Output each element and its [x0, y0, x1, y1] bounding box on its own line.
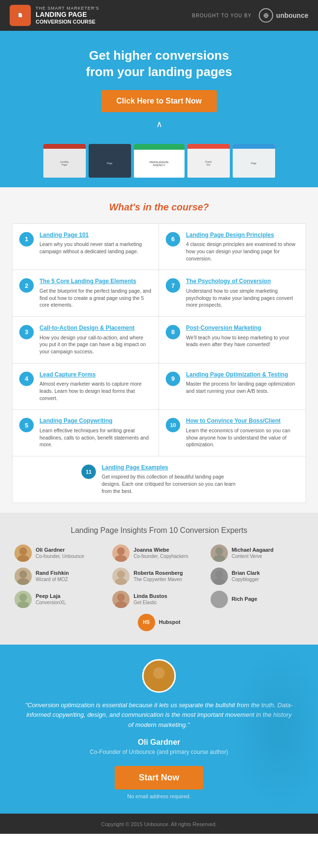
course-item-1: 1 Landing Page 101 Learn why you should …	[13, 224, 159, 271]
svg-point-11	[213, 578, 225, 585]
expert-avatar-rand	[14, 568, 32, 585]
expert-role-brian: Copyblogger	[232, 576, 260, 583]
course-title-1[interactable]: Landing Page 101	[40, 232, 152, 239]
expert-name-joanna: Joanna Wiebe	[133, 546, 188, 553]
course-title-11[interactable]: Landing Page Examples	[102, 464, 237, 472]
logo-tagline: THE SMART MARKETER'S	[36, 6, 99, 11]
svg-point-19	[149, 680, 169, 691]
course-title-3[interactable]: Call-to-Action Design & Placement	[40, 324, 152, 332]
course-num-7: 7	[166, 278, 180, 293]
logo-area: 📄 THE SMART MARKETER'S LANDING PAGE CONV…	[10, 5, 99, 26]
bg-face-decoration	[231, 645, 318, 814]
course-num-10: 10	[166, 418, 180, 432]
course-num-5: 5	[19, 418, 34, 432]
course-content-10: How to Convince Your Boss/Client Learn t…	[186, 417, 299, 448]
course-desc-6: 4 classic design principles are examined…	[186, 241, 299, 262]
course-section-title: What's in the course?	[12, 202, 306, 213]
expert-michael: Michael Aagaard Content Verve	[211, 544, 304, 562]
course-num-6: 6	[166, 232, 180, 246]
course-section: What's in the course? 1 Landing Page 101…	[0, 187, 318, 513]
expert-name-oli: Oli Gardner	[36, 546, 84, 553]
course-desc-11: Get inspired by this collection of beaut…	[102, 473, 237, 494]
expert-role-linda: Get Elastic	[133, 599, 167, 606]
expert-name-rich: Rich Page	[232, 596, 257, 602]
svg-point-10	[215, 570, 223, 578]
expert-avatar-michael	[211, 544, 228, 562]
unbounce-logo: ⊕ unbounce	[259, 8, 308, 23]
expert-name-brian: Brian Clark	[232, 570, 260, 576]
course-content-1: Landing Page 101 Learn why you should ne…	[40, 232, 152, 255]
expert-avatar-rich	[211, 591, 228, 608]
hero-section: Get higher conversionsfrom your landing …	[0, 31, 318, 144]
site-header: 📄 THE SMART MARKETER'S LANDING PAGE CONV…	[0, 0, 318, 31]
course-num-9: 9	[166, 372, 180, 386]
expert-info-peep: Peep Laja ConversionXL	[36, 593, 66, 606]
expert-info-rand: Rand Fishkin Wizard of MOZ	[36, 570, 69, 583]
empty-col2	[211, 614, 304, 631]
course-content-2: The 5 Core Landing Page Elements Get the…	[40, 278, 152, 309]
logo-title2: CONVERSION COURSE	[36, 19, 99, 25]
site-footer: Copyright © 2015 Unbounce. All rights Re…	[0, 814, 318, 834]
expert-name-michael: Michael Aagaard	[232, 546, 274, 553]
svg-point-20	[153, 667, 165, 679]
course-title-9[interactable]: Landing Page Optimization & Testing	[186, 371, 299, 379]
experts-grid: Oli Gardner Co-founder, Unbounce Joanna …	[14, 544, 304, 631]
course-title-8[interactable]: Post-Conversion Marketing	[186, 324, 299, 332]
course-content-6: Landing Page Design Principles 4 classic…	[186, 232, 299, 262]
course-title-4[interactable]: Lead Capture Forms	[40, 371, 152, 379]
expert-info-joanna: Joanna Wiebe Co-founder, Copyhackers	[133, 546, 188, 559]
svg-point-5	[213, 555, 225, 562]
expert-name-linda: Linda Bustos	[133, 593, 167, 599]
experts-section: Landing Page Insights From 10 Conversion…	[0, 513, 318, 645]
course-item-9: 9 Landing Page Optimization & Testing Ma…	[159, 363, 305, 410]
course-desc-2: Get the blueprint for the perfect landin…	[40, 287, 152, 309]
course-item-4: 4 Lead Capture Forms Almost every market…	[13, 363, 159, 410]
expert-info-linda: Linda Bustos Get Elastic	[133, 593, 167, 606]
screenshot-2: Page	[89, 144, 131, 178]
expert-info-hubspot: Hubspot	[159, 619, 181, 625]
expert-avatar-joanna	[112, 544, 130, 562]
svg-point-1	[17, 555, 29, 562]
course-title-10[interactable]: How to Convince Your Boss/Client	[186, 417, 299, 425]
course-title-2[interactable]: The 5 Core Landing Page Elements	[40, 278, 152, 285]
course-content-8: Post-Conversion Marketing We'll teach yo…	[186, 324, 299, 348]
expert-role-michael: Content Verve	[232, 553, 274, 559]
course-num-8: 8	[166, 325, 180, 339]
course-content-11: Landing Page Examples Get inspired by th…	[102, 464, 237, 495]
expert-avatar-roberta	[112, 568, 130, 585]
course-desc-8: We'll teach you how to keep marketing to…	[186, 334, 299, 348]
header-right: BROUGHT TO YOU BY ⊕ unbounce	[192, 8, 308, 23]
hero-cta-button[interactable]: Click Here to Start Now	[101, 90, 217, 112]
course-item-10: 10 How to Convince Your Boss/Client Lear…	[159, 410, 305, 456]
expert-peep: Peep Laja ConversionXL	[14, 591, 107, 608]
expert-hubspot: HS Hubspot	[112, 614, 205, 631]
course-title-5[interactable]: Landing Page Copywriting	[40, 417, 152, 425]
svg-point-4	[215, 547, 223, 555]
expert-avatar-linda	[112, 591, 130, 608]
expert-info-oli: Oli Gardner Co-founder, Unbounce	[36, 546, 84, 559]
course-title-7[interactable]: The Psychology of Conversion	[186, 278, 299, 285]
logo-title1: LANDING PAGE	[36, 11, 99, 19]
expert-roberta: Roberta Rosenberg The Copywriter Maven	[112, 568, 205, 585]
course-desc-4: Almost every marketer wants to capture m…	[40, 380, 152, 402]
unbounce-circle-icon: ⊕	[259, 8, 273, 23]
expert-role-peep: ConversionXL	[36, 599, 66, 606]
expert-oli: Oli Gardner Co-founder, Unbounce	[14, 544, 107, 562]
expert-avatar-hubspot: HS	[138, 614, 155, 631]
expert-info-rich: Rich Page	[232, 596, 257, 602]
footer-copyright: Copyright © 2015 Unbounce. All rights Re…	[101, 821, 217, 827]
start-now-button[interactable]: Start Now	[115, 766, 203, 790]
screenshot-4: CheckOut	[187, 144, 230, 178]
expert-joanna: Joanna Wiebe Co-founder, Copyhackers	[112, 544, 205, 562]
expert-linda: Linda Bustos Get Elastic	[112, 591, 205, 608]
course-desc-10: Learn the economics of conversion so you…	[186, 427, 299, 448]
svg-point-16	[215, 594, 223, 601]
svg-point-15	[115, 601, 127, 608]
course-title-6[interactable]: Landing Page Design Principles	[186, 232, 299, 239]
chevron-down-icon: ∧	[19, 119, 299, 130]
course-num-11: 11	[81, 465, 96, 479]
expert-rand: Rand Fishkin Wizard of MOZ	[14, 568, 107, 585]
expert-role-roberta: The Copywriter Maven	[133, 576, 183, 583]
svg-point-13	[17, 601, 29, 608]
course-item-3: 3 Call-to-Action Design & Placement How …	[13, 317, 159, 363]
